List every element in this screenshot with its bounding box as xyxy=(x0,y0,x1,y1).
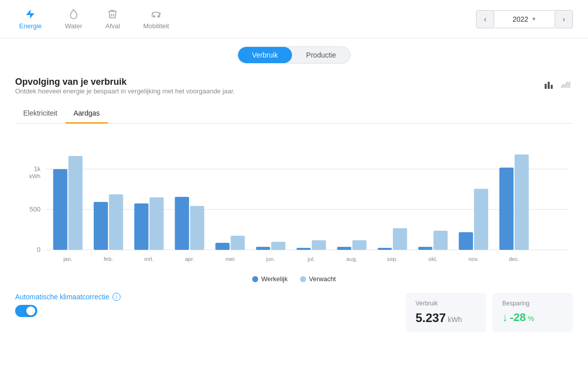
view-toggle: Verbruik Productie xyxy=(0,38,588,69)
tab-aardgas[interactable]: Aardgas xyxy=(66,105,108,124)
svg-rect-7 xyxy=(551,85,553,89)
svg-text:jul.: jul. xyxy=(307,256,315,262)
besparing-card-label: Besparing xyxy=(502,300,563,307)
section-subtitle: Ontdek hoeveel energie je bespaart in ve… xyxy=(15,87,235,95)
sub-tabs: Elektriciteit Aardgas xyxy=(15,105,573,124)
svg-text:apr.: apr. xyxy=(185,256,194,262)
nav-tab-afval[interactable]: Afval xyxy=(101,6,124,32)
besparing-card-value: ↓ -28 % xyxy=(502,311,563,324)
nav-tabs: Energie Water xyxy=(15,6,173,32)
water-icon xyxy=(68,8,80,20)
svg-text:kWh: kWh xyxy=(29,173,40,179)
legend-werkelijk: Werkelijk xyxy=(252,275,288,283)
klimaat-text: Automatische klimaatcorrectie xyxy=(15,293,109,301)
svg-rect-40 xyxy=(393,228,407,250)
nav-tab-mobiliteit[interactable]: Mobiliteit xyxy=(139,6,173,32)
svg-rect-30 xyxy=(256,247,270,250)
prev-year-button[interactable]: ‹ xyxy=(476,10,494,28)
verbruik-card: Verbruik 5.237 kWh xyxy=(405,293,486,332)
svg-text:feb.: feb. xyxy=(104,256,113,262)
bottom-section: Automatische klimaatcorrectie i Verbruik… xyxy=(15,293,573,332)
svg-rect-19 xyxy=(109,194,123,250)
svg-text:mei: mei xyxy=(225,256,234,262)
svg-rect-5 xyxy=(545,84,547,89)
energie-icon xyxy=(24,8,36,20)
svg-rect-15 xyxy=(53,169,67,250)
svg-rect-25 xyxy=(190,206,204,250)
section-header-left: Opvolging van je verbruik Ontdek hoeveel… xyxy=(15,77,235,103)
bar-chart-icon[interactable] xyxy=(542,78,556,92)
svg-text:jan.: jan. xyxy=(63,256,73,262)
svg-rect-22 xyxy=(149,197,163,250)
svg-text:okt.: okt. xyxy=(429,256,438,262)
svg-rect-36 xyxy=(337,247,351,250)
nav-tab-energie[interactable]: Energie xyxy=(15,6,46,32)
besparing-card: Besparing ↓ -28 % xyxy=(492,293,573,332)
svg-rect-33 xyxy=(297,248,311,250)
werkelijk-dot xyxy=(252,276,258,282)
verwacht-label: Verwacht xyxy=(309,275,336,283)
tab-elektriciteit[interactable]: Elektriciteit xyxy=(15,105,66,124)
verbruik-toggle[interactable]: Verbruik xyxy=(238,47,292,63)
bar-chart-svg: 0 500 1k kWh jan. feb. mrt. apr. xyxy=(15,129,573,270)
klimaat-section: Automatische klimaatcorrectie i xyxy=(15,293,121,317)
svg-rect-21 xyxy=(134,203,148,250)
svg-rect-27 xyxy=(215,243,229,250)
year-navigation: ‹ 2022 ▼ › xyxy=(476,10,573,28)
year-selector[interactable]: 2022 ▼ xyxy=(494,10,555,28)
verwacht-dot xyxy=(300,276,306,282)
productie-toggle[interactable]: Productie xyxy=(292,47,350,63)
svg-text:0: 0 xyxy=(37,246,40,253)
svg-marker-0 xyxy=(26,10,35,19)
svg-rect-31 xyxy=(271,242,285,250)
legend-verwacht: Verwacht xyxy=(300,275,336,283)
besparing-arrow-icon: ↓ xyxy=(502,311,508,324)
besparing-number: -28 xyxy=(510,311,526,324)
svg-text:500: 500 xyxy=(29,205,40,213)
chart-legend: Werkelijk Verwacht xyxy=(15,275,573,283)
nav-tab-water[interactable]: Water xyxy=(61,6,86,32)
svg-text:jun.: jun. xyxy=(266,256,275,262)
next-year-button[interactable]: › xyxy=(555,10,573,28)
svg-rect-16 xyxy=(69,156,83,250)
top-navigation: Energie Water xyxy=(0,0,588,38)
section-header: Opvolging van je verbruik Ontdek hoeveel… xyxy=(15,77,573,103)
svg-rect-49 xyxy=(514,154,528,250)
svg-text:aug.: aug. xyxy=(346,256,358,262)
svg-rect-6 xyxy=(548,82,550,89)
area-chart-icon[interactable] xyxy=(559,78,573,92)
besparing-unit: % xyxy=(528,314,534,323)
svg-rect-39 xyxy=(378,248,392,250)
svg-rect-28 xyxy=(230,236,245,250)
mobiliteit-icon xyxy=(150,8,162,20)
svg-rect-48 xyxy=(499,168,513,250)
year-caret-icon: ▼ xyxy=(532,16,537,22)
svg-rect-18 xyxy=(94,202,108,250)
svg-point-4 xyxy=(157,16,159,17)
klimaat-label: Automatische klimaatcorrectie i xyxy=(15,293,121,301)
svg-point-3 xyxy=(153,16,155,17)
toggle-thumb xyxy=(26,306,35,315)
svg-text:nov.: nov. xyxy=(468,256,479,262)
afval-icon xyxy=(106,8,119,20)
chart-area: 0 500 1k kWh jan. feb. mrt. apr. xyxy=(15,129,573,270)
verbruik-unit: kWh xyxy=(448,315,462,324)
verbruik-number: 5.237 xyxy=(416,311,446,325)
main-content: Opvolging van je verbruik Ontdek hoeveel… xyxy=(0,69,588,347)
svg-rect-37 xyxy=(352,240,367,250)
klimaat-info-icon[interactable]: i xyxy=(112,293,121,301)
chart-type-icons xyxy=(542,78,573,92)
svg-text:1k: 1k xyxy=(34,166,41,173)
svg-rect-42 xyxy=(418,247,432,250)
section-title: Opvolging van je verbruik xyxy=(15,77,235,87)
toggle-group: Verbruik Productie xyxy=(238,46,351,64)
stats-cards: Verbruik 5.237 kWh Besparing ↓ -28 % xyxy=(405,293,573,332)
klimaat-toggle[interactable] xyxy=(15,305,37,317)
verbruik-card-label: Verbruik xyxy=(416,300,476,307)
svg-text:dec.: dec. xyxy=(509,256,519,262)
svg-rect-46 xyxy=(474,189,488,250)
svg-rect-24 xyxy=(175,197,189,250)
svg-rect-45 xyxy=(459,232,473,250)
svg-text:sep.: sep. xyxy=(387,256,398,262)
svg-rect-34 xyxy=(312,240,326,250)
